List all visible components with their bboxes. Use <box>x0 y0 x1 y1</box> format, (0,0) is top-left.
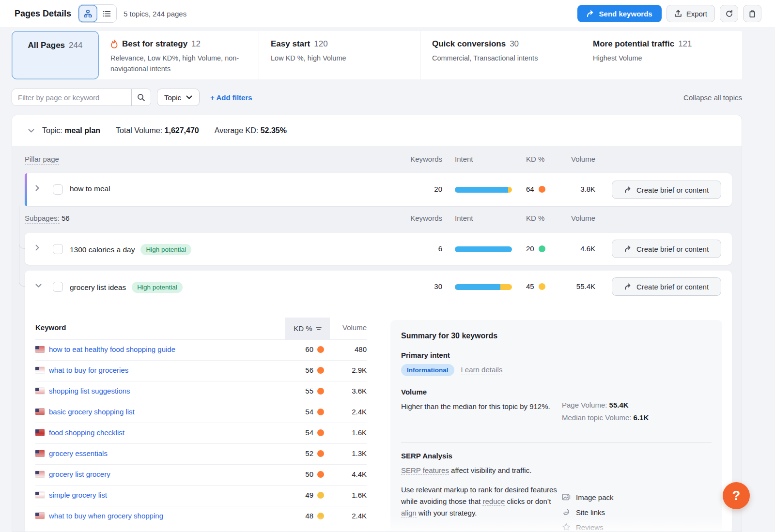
kd-value: 64 <box>526 185 545 193</box>
keyword-link[interactable]: how to eat healthy food shopping guide <box>35 345 175 353</box>
pillar-page-row: how to meal 20 64 3.8K Create brief or c… <box>25 173 732 206</box>
export-button[interactable]: Export <box>666 5 715 22</box>
help-button[interactable]: ? <box>723 482 750 509</box>
kd-value: 48 <box>263 512 324 520</box>
average-kd-label: Average KD: <box>215 126 258 135</box>
keyword-link[interactable]: what to buy for groceries <box>35 366 128 374</box>
intent-bar <box>455 246 512 252</box>
tab-best-for-strategy[interactable]: Best for strategy 12 Relevance, Low KD%,… <box>99 31 259 79</box>
send-arrow-icon <box>587 10 595 17</box>
create-brief-label: Create brief or content <box>636 245 709 253</box>
kd-dot <box>317 409 324 415</box>
kd-dot <box>539 186 545 193</box>
kd-dot <box>317 429 324 436</box>
tab-description: Highest Volume <box>593 53 730 63</box>
keyword-link[interactable]: simple grocery list <box>35 491 107 499</box>
topic-collapse-chevron-icon[interactable] <box>25 129 37 133</box>
search-button[interactable] <box>131 89 151 106</box>
chevron-down-icon[interactable] <box>35 284 42 288</box>
keyword-link[interactable]: grocery list grocery <box>35 470 110 478</box>
column-header-keywords: Keywords <box>382 155 442 163</box>
row-checkbox[interactable] <box>53 282 63 292</box>
pillar-page-label[interactable]: Pillar page <box>25 155 59 165</box>
tab-easy-start[interactable]: Easy start 120 Low KD %, high Volume <box>259 31 420 79</box>
topic-body: Pillar page Keywords Intent KD % Volume … <box>12 146 742 532</box>
us-flag-icon <box>35 450 45 456</box>
tab-all-pages[interactable]: All Pages 244 <box>12 31 99 79</box>
learn-details-link[interactable]: Learn details <box>461 365 503 375</box>
serp-feature-item: Image pack <box>562 493 661 502</box>
view-toggle <box>78 4 117 23</box>
reduce-link[interactable]: reduce <box>482 497 505 506</box>
pillar-page-title[interactable]: how to meal <box>70 184 110 193</box>
create-brief-button[interactable]: Create brief or content <box>612 181 721 199</box>
keywords-count: 6 <box>382 244 442 253</box>
tree-connector <box>19 241 25 249</box>
serp-text-1: SERP features affect visibility and traf… <box>401 465 561 476</box>
keyword-row: how to eat healthy food shopping guide 6… <box>35 339 367 360</box>
keywords-count: 20 <box>382 185 442 193</box>
us-flag-icon <box>35 492 45 498</box>
tab-label: Quick conversions <box>432 39 506 49</box>
send-keywords-button[interactable]: Send keywords <box>577 5 662 22</box>
intent-bar <box>455 187 512 193</box>
keyword-link[interactable]: food shopping checklist <box>35 428 124 437</box>
brief-arrow-icon <box>624 186 632 193</box>
subpage-row: 1300 calories a day High potential 6 20 … <box>25 233 732 265</box>
chevron-right-icon[interactable] <box>35 244 39 251</box>
serp-features-link[interactable]: SERP features <box>401 466 449 475</box>
serp-feature-item: Reviews <box>562 523 661 532</box>
topic-filter-dropdown[interactable]: Topic <box>157 89 200 106</box>
align-link[interactable]: align <box>401 509 417 517</box>
chevron-right-icon[interactable] <box>35 185 39 191</box>
subpages-label[interactable]: Subpages: <box>25 214 60 224</box>
subpage-title[interactable]: grocery list ideas <box>70 283 126 292</box>
kd-dot <box>539 245 545 252</box>
keyword-link[interactable]: grocery essentials <box>35 449 108 457</box>
delete-button[interactable] <box>743 5 761 22</box>
topic-header: Topic: meal plan Total Volume: 1,627,470… <box>12 115 742 146</box>
average-kd-value: 52.35% <box>261 126 287 135</box>
keyword-link[interactable]: basic grocery shopping list <box>35 408 135 416</box>
row-checkbox[interactable] <box>53 184 63 195</box>
column-header-kd-sort[interactable]: KD % <box>285 318 330 339</box>
tab-description: Low KD %, high Volume <box>271 53 408 63</box>
create-brief-button[interactable]: Create brief or content <box>612 240 721 258</box>
search-input[interactable] <box>12 89 131 106</box>
keyword-link[interactable]: what to buy when grocery shopping <box>35 512 163 520</box>
topic-name: meal plan <box>64 126 100 135</box>
volume-value: 2.4K <box>331 512 367 520</box>
summary-divider <box>401 442 712 443</box>
tab-quick-conversions[interactable]: Quick conversions 30 Commercial, Transac… <box>420 31 581 79</box>
page-volume-label: Page Volume: <box>562 401 607 409</box>
intent-bar <box>455 284 512 290</box>
kd-dot <box>317 388 324 395</box>
volume-section-label: Volume <box>401 388 712 396</box>
chevron-down-icon <box>186 95 192 99</box>
subpage-title[interactable]: 1300 calories a day <box>70 245 135 254</box>
tree-view-button[interactable] <box>78 5 97 22</box>
us-flag-icon <box>35 471 45 477</box>
create-brief-label: Create brief or content <box>636 283 709 291</box>
list-view-button[interactable] <box>97 5 116 22</box>
total-volume-value: 1,627,470 <box>165 126 199 135</box>
top-bar: Pages Details 5 topics, 244 pages Send k… <box>0 0 775 27</box>
keyword-row: what to buy for groceries 56 2.9K <box>35 360 367 381</box>
tab-count: 121 <box>678 39 692 49</box>
keyword-link[interactable]: shopping list suggestions <box>35 387 130 395</box>
intent-badge: Informational <box>401 364 454 376</box>
tab-label: More potential traffic <box>593 39 674 49</box>
row-checkbox[interactable] <box>53 244 63 254</box>
image-pack-icon <box>562 493 571 502</box>
us-flag-icon <box>35 388 45 394</box>
tab-more-potential-traffic[interactable]: More potential traffic 121 Highest Volum… <box>581 31 742 79</box>
volume-value: 2.4K <box>331 408 367 416</box>
serp-features-list: Image pack Site links Revi <box>562 493 661 532</box>
add-filters-link[interactable]: + Add filters <box>210 93 252 102</box>
refresh-icon <box>725 10 733 18</box>
volume-value: 480 <box>331 345 367 353</box>
refresh-button[interactable] <box>720 5 738 22</box>
collapse-all-topics-link[interactable]: Collapse all topics <box>683 93 742 102</box>
create-brief-button[interactable]: Create brief or content <box>612 277 721 296</box>
us-flag-icon <box>35 409 45 415</box>
